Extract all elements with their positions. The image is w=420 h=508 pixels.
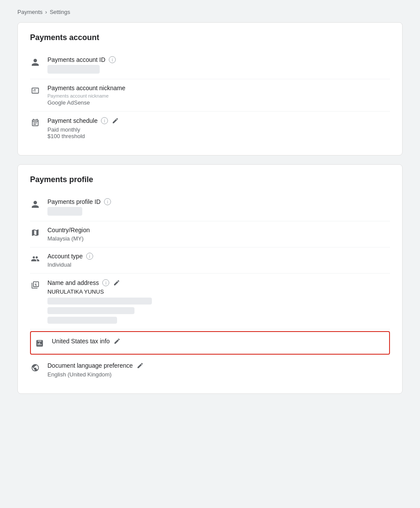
us-tax-info-row: United States tax info [30,331,390,355]
profile-id-blurred [47,207,82,216]
payments-account-card: Payments account Payments account ID i P… [17,22,403,156]
payment-schedule-info-icon[interactable]: i [101,117,108,124]
account-id-row: Payments account ID i [30,51,390,79]
doc-language-content: Document language preference English (Un… [47,362,390,378]
name-value: NURULATIKA YUNUS [47,288,390,295]
breadcrumb-separator: › [45,9,47,15]
us-tax-info-edit-icon[interactable] [113,337,121,345]
account-id-blurred [47,65,100,74]
payment-schedule-label: Payment schedule [47,117,97,124]
name-address-label: Name and address [47,279,99,286]
payment-schedule-value1: Paid monthly [47,126,390,133]
address-blurred-3 [47,317,117,324]
calendar-icon [30,118,40,128]
name-address-edit-icon[interactable] [113,279,121,287]
payment-schedule-row: Payment schedule i Paid monthly $100 thr… [30,112,390,145]
payments-profile-card: Payments profile Payments profile ID i C… [17,164,403,394]
address-icon [30,280,40,290]
account-type-label: Account type [47,253,83,260]
us-tax-info-content: United States tax info [52,337,386,347]
account-type-icon [30,254,40,264]
payment-schedule-value2: $100 threshold [47,133,390,139]
account-nickname-value: Google AdSense [47,99,390,106]
address-blurred-2 [47,307,134,314]
country-region-value: Malaysia (MY) [47,235,390,242]
address-blurred-1 [47,298,152,305]
globe-icon [30,362,40,373]
breadcrumb-settings: Settings [50,9,70,15]
country-region-row: Country/Region Malaysia (MY) [30,221,390,247]
country-region-content: Country/Region Malaysia (MY) [47,227,390,242]
account-nickname-content: Payments account nickname Payments accou… [47,85,390,106]
doc-language-edit-icon[interactable] [136,362,144,369]
doc-language-value: English (United Kingdom) [47,371,390,378]
account-id-info-icon[interactable]: i [109,56,116,63]
country-region-label: Country/Region [47,227,90,234]
account-type-value: Individual [47,261,390,268]
doc-language-label: Document language preference [47,362,133,369]
profile-id-label: Payments profile ID [47,198,101,205]
payments-account-title: Payments account [30,33,390,42]
account-type-row: Account type i Individual [30,247,390,274]
account-nickname-label: Payments account nickname [47,85,125,91]
profile-id-info-icon[interactable]: i [104,198,111,205]
account-id-label: Payments account ID [47,56,105,63]
profile-id-row: Payments profile ID i [30,193,390,221]
account-nickname-sublabel: Payments account nickname [47,93,390,98]
tax-icon [34,338,45,349]
account-type-info-icon[interactable]: i [86,253,93,260]
payments-profile-title: Payments profile [30,175,390,184]
account-type-content: Account type i Individual [47,253,390,268]
account-id-content: Payments account ID i [47,56,390,74]
person-card-icon [30,85,40,96]
breadcrumb: Payments › Settings [17,9,403,15]
account-nickname-row: Payments account nickname Payments accou… [30,79,390,112]
doc-language-row: Document language preference English (Un… [30,356,390,383]
us-tax-info-label: United States tax info [52,338,110,345]
name-address-row: Name and address i NURULATIKA YUNUS [30,274,390,329]
name-address-info-icon[interactable]: i [102,279,109,286]
profile-id-content: Payments profile ID i [47,198,390,216]
payment-schedule-content: Payment schedule i Paid monthly $100 thr… [47,117,390,139]
map-icon [30,227,40,238]
person-icon [30,57,40,68]
name-address-content: Name and address i NURULATIKA YUNUS [47,279,390,324]
payment-schedule-edit-icon[interactable] [111,117,119,125]
profile-person-icon [30,199,40,210]
breadcrumb-payments[interactable]: Payments [17,9,43,15]
